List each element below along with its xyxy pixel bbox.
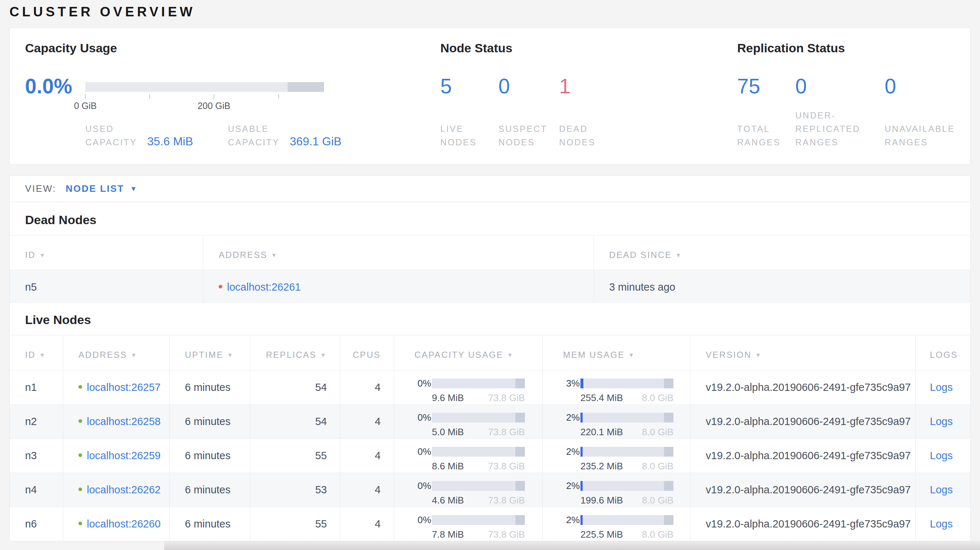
node-address-link[interactable]: localhost:26261 (227, 281, 301, 293)
dead-nodes-count: 1 (559, 75, 595, 98)
logs-link[interactable]: Logs (930, 450, 953, 461)
column-header-address[interactable]: ADDRESS▼ (63, 335, 170, 370)
live-node-row: n6 localhost:26260 6 minutes 55 4 0% 7.8… (10, 507, 970, 541)
unavailable-ranges-count: 0 (885, 75, 955, 98)
capacity-total-value: 73.8 GiB (488, 392, 525, 404)
capacity-usage-cell: 0% 5.0 MiB 73.8 GiB (394, 405, 542, 439)
cpus-cell: 4 (340, 370, 394, 404)
replicas-cell: 54 (250, 405, 340, 439)
dead-nodes-table-header: ID▼ ADDRESS▼ DEAD SINCE▼ (10, 235, 970, 270)
logs-link[interactable]: Logs (930, 484, 953, 496)
chevron-down-icon: ▼ (130, 185, 138, 193)
column-header-capacity-usage[interactable]: CAPACITY USAGE▼ (394, 335, 542, 370)
node-address-link[interactable]: localhost:26258 (87, 416, 161, 427)
capacity-gauge-axis: 0 GiB 200 GiB (85, 92, 324, 109)
logs-cell: Logs (916, 405, 970, 439)
capacity-usage-bar (432, 515, 525, 525)
column-header-id[interactable]: ID▼ (10, 335, 63, 370)
logs-cell: Logs (916, 473, 970, 507)
capacity-percent-label: 0% (414, 446, 431, 457)
capacity-gauge-bar (85, 82, 324, 92)
capacity-total-value: 73.8 GiB (488, 495, 525, 506)
view-label: VIEW: (25, 183, 56, 194)
column-header-uptime[interactable]: UPTIME▼ (170, 335, 250, 370)
mem-usage-bar (581, 413, 673, 423)
capacity-bar-reserved-segment (515, 413, 525, 423)
mem-percent-label: 2% (563, 480, 580, 491)
replication-status-panel: Replication Status 75 TOTAL RANGES 0 UND… (737, 28, 955, 164)
live-node-row: n2 localhost:26258 6 minutes 54 4 0% 5.0… (10, 404, 970, 439)
used-capacity-value: 35.6 MiB (147, 135, 193, 148)
mem-used-value: 225.5 MiB (581, 529, 623, 540)
mem-total-value: 8.0 GiB (642, 426, 673, 438)
suspect-nodes-count: 0 (498, 75, 559, 98)
capacity-used-value: 9.6 MiB (432, 392, 464, 404)
logs-link[interactable]: Logs (930, 518, 953, 530)
mem-bar-reserved-segment (664, 447, 673, 457)
replicas-cell: 54 (250, 370, 340, 404)
mem-total-value: 8.0 GiB (642, 392, 673, 404)
live-status-dot (78, 522, 82, 525)
mem-percent-label: 2% (563, 446, 580, 457)
mem-percent-label: 2% (563, 412, 580, 423)
live-status-dot (78, 419, 82, 423)
mem-bar-reserved-segment (664, 413, 673, 423)
mem-percent-label: 3% (563, 378, 580, 389)
column-header-replicas[interactable]: REPLICAS▼ (250, 335, 340, 370)
capacity-used-value: 5.0 MiB (432, 426, 464, 438)
mem-usage-bar (581, 481, 673, 491)
column-header-mem-usage[interactable]: MEM USAGE▼ (542, 335, 690, 370)
logs-link[interactable]: Logs (930, 382, 953, 393)
uptime-cell: 6 minutes (170, 405, 250, 439)
column-header-logs: LOGS (916, 335, 970, 370)
node-address-link[interactable]: localhost:26262 (87, 484, 161, 496)
mem-bar-fill (581, 378, 583, 388)
view-selector-dropdown[interactable]: NODE LIST ▼ (66, 183, 138, 194)
mem-usage-bar (581, 378, 673, 388)
capacity-usage-cell: 0% 4.6 MiB 73.8 GiB (394, 473, 542, 507)
column-header-version[interactable]: VERSION▼ (690, 335, 916, 370)
node-address-link[interactable]: localhost:26257 (87, 382, 161, 393)
capacity-usage-bar (432, 481, 525, 491)
mem-bar-fill (581, 515, 582, 525)
total-ranges-count: 75 (737, 75, 795, 98)
node-address-link[interactable]: localhost:26259 (87, 450, 161, 461)
uptime-cell: 6 minutes (170, 473, 250, 507)
mem-total-value: 8.0 GiB (642, 495, 673, 506)
usable-capacity-label: USABLE CAPACITY (228, 122, 280, 149)
dead-nodes-stat: 1 DEAD NODES (559, 75, 595, 149)
mem-total-value: 8.0 GiB (642, 529, 673, 540)
capacity-used-percent: 0.0% (25, 75, 85, 149)
mem-usage-bar (581, 515, 673, 525)
capacity-used-value: 4.6 MiB (432, 495, 464, 506)
capacity-bar-reserved-segment (515, 481, 525, 491)
view-bar: VIEW: NODE LIST ▼ (10, 176, 970, 202)
mem-used-value: 235.2 MiB (581, 461, 623, 472)
replicas-cell: 55 (250, 507, 340, 541)
mem-bar-reserved-segment (664, 481, 673, 491)
logs-cell: Logs (916, 439, 970, 473)
column-header-address[interactable]: ADDRESS▼ (204, 235, 594, 270)
used-capacity-stat: USED CAPACITY 35.6 MiB (85, 122, 193, 149)
node-status-panel: Node Status 5 LIVE NODES 0 SUSPECT NODES (440, 28, 737, 164)
uptime-cell: 6 minutes (170, 507, 250, 541)
sort-desc-icon: ▼ (628, 352, 635, 358)
logs-cell: Logs (916, 370, 970, 404)
node-address-link[interactable]: localhost:26260 (87, 518, 161, 530)
capacity-gauge-reserved-segment (288, 82, 324, 92)
capacity-percent-label: 0% (414, 514, 431, 526)
capacity-total-value: 73.8 GiB (488, 426, 525, 438)
axis-tick-200gib: 200 GiB (197, 101, 230, 111)
replication-status-title: Replication Status (737, 41, 955, 55)
node-id-cell: n1 (10, 370, 63, 404)
dead-nodes-heading: Dead Nodes (25, 213, 970, 227)
live-status-dot (78, 488, 82, 491)
logs-link[interactable]: Logs (930, 416, 953, 427)
column-header-dead-since[interactable]: DEAD SINCE▼ (594, 235, 970, 270)
column-header-id[interactable]: ID▼ (10, 235, 204, 270)
capacity-bar-reserved-segment (515, 447, 525, 457)
mem-usage-cell: 2% 225.5 MiB 8.0 GiB (542, 507, 690, 541)
node-address-cell: localhost:26261 (204, 270, 594, 302)
view-selected-value: NODE LIST (66, 183, 124, 194)
unavailable-ranges-stat: 0 UNAVAILABLE RANGES (885, 75, 955, 149)
